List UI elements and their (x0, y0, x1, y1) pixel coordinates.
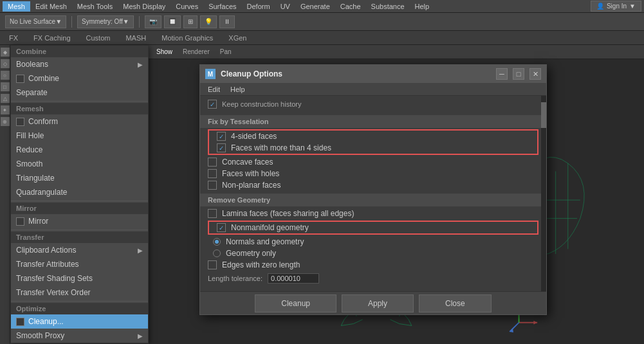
menu-item-curves[interactable]: Curves (170, 1, 203, 12)
menu-smooth[interactable]: Smooth (11, 157, 148, 171)
chevron-down-icon: ▼ (123, 18, 129, 25)
menu-item-mesh-tools[interactable]: Mesh Tools (72, 1, 118, 12)
dialog-scrollbar[interactable] (541, 96, 546, 291)
faces-with-holes-row: Faces with holes (200, 168, 546, 179)
dialog-minimize-button[interactable]: ─ (496, 68, 508, 80)
menu-item-mesh[interactable]: Mesh (3, 1, 30, 12)
menu-cleanup[interactable]: Cleanup... (11, 314, 148, 329)
nonmanifold-geometry-row: Nonmanifold geometry (209, 222, 537, 233)
menu-item-help[interactable]: Help (410, 1, 435, 12)
camera-icon-btn[interactable]: 📷 (145, 15, 161, 28)
light-icon-btn[interactable]: 💡 (200, 15, 217, 28)
menu-item-mesh-display[interactable]: Mesh Display (118, 1, 170, 12)
surface-dropdown[interactable]: No Live Surface ▼ (5, 15, 66, 28)
menu-smooth-proxy[interactable]: Smooth Proxy ▶ (11, 329, 148, 343)
dialog-scrollbar-thumb[interactable] (541, 102, 546, 128)
tool-icon-3[interactable]: ○ (1, 71, 10, 80)
keep-history-checkbox[interactable] (208, 100, 217, 109)
shelf-fx-caching[interactable]: FX Caching (30, 33, 74, 43)
faces-with-holes-label: Faces with holes (222, 169, 279, 178)
dialog-footer: Cleanup Apply Close (200, 291, 546, 314)
dialog-menu-help[interactable]: Help (225, 84, 250, 95)
cleanup-checkbox (16, 318, 24, 326)
4-sided-faces-checkbox[interactable] (217, 132, 226, 141)
arrow-icon-clipboard: ▶ (138, 247, 143, 254)
faces-more-4-sides-row: Faces with more than 4 sides (209, 142, 537, 154)
menu-transfer-vertex[interactable]: Transfer Vertex Order (11, 285, 148, 300)
shelf-motion-graphics[interactable]: Motion Graphics (158, 33, 217, 43)
length-tolerance-input[interactable] (268, 273, 319, 284)
chevron-down-icon: ▼ (55, 18, 62, 25)
pause-icon-btn[interactable]: ⏸ (219, 15, 235, 28)
mesh-dropdown-menu: Combine Booleans ▶ Combine Separate Reme… (10, 45, 149, 343)
faces-more-4-sides-checkbox[interactable] (217, 143, 226, 152)
user-icon: 👤 (596, 3, 604, 10)
remesh-header: Remesh (16, 105, 44, 113)
geometry-only-radio[interactable] (213, 249, 221, 257)
dialog-menu-bar: Edit Help (200, 83, 546, 96)
tool-icon-5[interactable]: △ (1, 94, 10, 103)
menu-triangulate[interactable]: Triangulate (11, 171, 148, 185)
nonmanifold-highlight-box: Nonmanifold geometry (208, 221, 538, 235)
menu-transfer-attributes[interactable]: Transfer Attributes (11, 257, 148, 271)
menu-item-deform[interactable]: Deform (242, 1, 275, 12)
tool-icon-2[interactable]: ◇ (1, 59, 10, 68)
shelf-mash[interactable]: MASH (122, 33, 150, 43)
shelf-custom[interactable]: Custom (82, 33, 115, 43)
tool-icon-1[interactable]: ◆ (1, 48, 10, 57)
edges-zero-length-row: Edges with zero length (200, 259, 546, 271)
arrow-icon: ▶ (138, 61, 143, 68)
menu-conform[interactable]: Conform (11, 114, 148, 129)
menu-item-substance[interactable]: Substance (366, 1, 410, 12)
menu-item-uv[interactable]: UV (275, 1, 295, 12)
viewport-panels[interactable]: Pan (217, 48, 234, 56)
menu-mirror[interactable]: Mirror (11, 214, 148, 228)
dialog-menu-edit[interactable]: Edit (203, 84, 225, 95)
tool-icon-7[interactable]: ⊕ (1, 117, 10, 126)
tool-icon-6[interactable]: ✦ (1, 105, 10, 114)
shelf-xgen[interactable]: XGen (225, 33, 250, 43)
lamina-faces-checkbox[interactable] (208, 209, 217, 218)
menu-combine[interactable]: Combine (11, 71, 148, 86)
close-button[interactable]: Close (419, 294, 492, 312)
menu-item-edit-mesh[interactable]: Edit Mesh (30, 1, 72, 12)
menu-item-cache[interactable]: Cache (335, 1, 366, 12)
menu-item-generate[interactable]: Generate (295, 1, 335, 12)
nonmanifold-geometry-label: Nonmanifold geometry (231, 223, 309, 232)
normals-and-geometry-label: Normals and geometry (226, 237, 304, 246)
menu-quadrangulate[interactable]: Quadrangulate (11, 185, 148, 199)
menu-reduce[interactable]: Reduce (11, 143, 148, 157)
menu-fill-hole[interactable]: Fill Hole (11, 129, 148, 143)
normals-and-geometry-radio[interactable] (213, 238, 221, 246)
renderer-icon-btn[interactable]: 🔲 (164, 15, 181, 28)
viewport-show[interactable]: Show (154, 48, 175, 56)
divider-1 (11, 101, 148, 102)
lamina-faces-row: Lamina faces (faces sharing all edges) (200, 208, 546, 219)
geometry-only-label: Geometry only (226, 249, 276, 258)
mirror-checkbox (16, 217, 24, 226)
menu-item-surfaces[interactable]: Surfaces (203, 1, 241, 12)
cleanup-button[interactable]: Cleanup (255, 294, 336, 312)
remove-geometry-header: Remove Geometry (200, 194, 546, 206)
sign-in-button[interactable]: 👤 Sign In ▼ (591, 1, 641, 12)
dialog-close-button[interactable]: ✕ (529, 68, 541, 80)
nonmanifold-geometry-checkbox[interactable] (217, 223, 226, 232)
menu-clipboard-actions[interactable]: Clipboard Actions ▶ (11, 243, 148, 257)
concave-faces-checkbox[interactable] (208, 158, 217, 167)
edges-zero-length-checkbox[interactable] (208, 260, 217, 269)
tool-icon-4[interactable]: □ (1, 82, 10, 91)
apply-button[interactable]: Apply (342, 294, 414, 312)
conform-checkbox (16, 118, 24, 126)
viewport-renderer[interactable]: Renderer (180, 48, 212, 56)
menu-booleans[interactable]: Booleans ▶ (11, 57, 148, 71)
menu-separate[interactable]: Separate (11, 86, 148, 100)
non-planar-faces-checkbox[interactable] (208, 181, 217, 190)
transfer-header: Transfer (16, 233, 44, 241)
menu-transfer-shading[interactable]: Transfer Shading Sets (11, 271, 148, 285)
shelf-fx[interactable]: FX (5, 33, 22, 43)
dialog-maximize-button[interactable]: □ (513, 68, 524, 80)
length-tolerance-row: Length tolerance: (200, 271, 546, 286)
faces-with-holes-checkbox[interactable] (208, 169, 217, 178)
grid-icon-btn[interactable]: ⊞ (183, 15, 198, 28)
symmetry-dropdown[interactable]: Symmetry: Off ▼ (77, 15, 134, 28)
